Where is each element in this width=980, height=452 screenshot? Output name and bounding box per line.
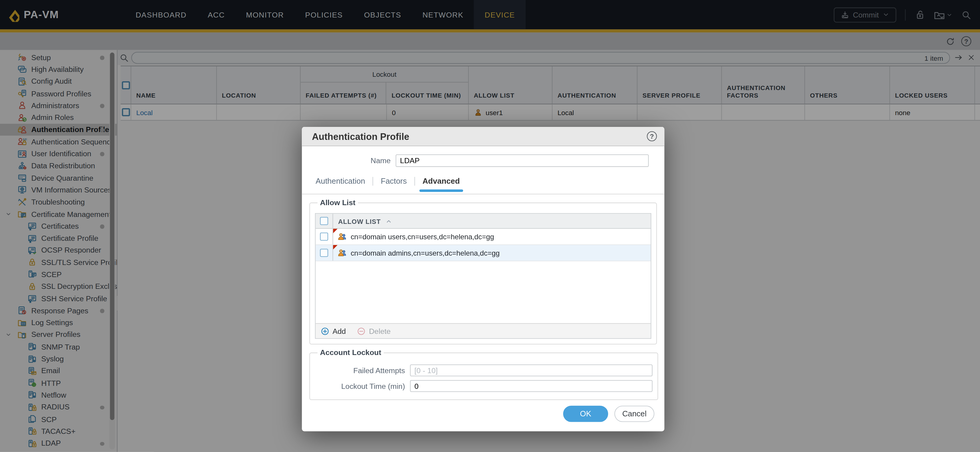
allow-list-entry: cn=domain users,cn=users,dc=helena,dc=gg: [351, 233, 494, 240]
user-group-icon: [337, 232, 347, 241]
allow-list-row[interactable]: cn=domain admins,cn=users,dc=helena,dc=g…: [316, 245, 651, 261]
add-label: Add: [332, 326, 346, 335]
account-lockout-fieldset: Account Lockout Failed Attempts Lockout …: [309, 348, 658, 400]
allow-list-empty-space: [316, 261, 651, 323]
allow-list-actions: Add Delete: [316, 323, 651, 338]
allow-list-column-header: ALLOW LIST: [338, 217, 381, 225]
account-lockout-legend: Account Lockout: [318, 348, 383, 357]
tab-separator: [373, 177, 373, 186]
tab-factors[interactable]: Factors: [379, 177, 408, 186]
allow-list-table: ALLOW LIST cn=domain users,cn=users,dc=h…: [315, 213, 651, 339]
delete-label: Delete: [369, 326, 391, 335]
dialog-tabs: AuthenticationFactorsAdvanced: [315, 174, 665, 188]
ok-button[interactable]: OK: [563, 406, 608, 422]
allow-list-entry: cn=domain admins,cn=users,dc=helena,dc=g…: [351, 249, 500, 256]
pa-vm-app: PA-VM DASHBOARDACCMONITORPOLICIESOBJECTS…: [0, 0, 980, 452]
edited-marker: [333, 245, 337, 249]
name-field[interactable]: [396, 154, 649, 167]
dialog-titlebar: Authentication Profile ?: [302, 127, 664, 146]
row-checkbox[interactable]: [320, 249, 328, 257]
failed-attempts-label: Failed Attempts: [315, 366, 410, 375]
delete-icon: [357, 326, 366, 335]
allow-list-header[interactable]: ALLOW LIST: [316, 214, 651, 229]
delete-button[interactable]: Delete: [357, 326, 391, 335]
user-group-icon: [337, 248, 347, 258]
add-icon: [321, 326, 329, 335]
failed-attempts-field[interactable]: [410, 364, 652, 376]
name-row: Name: [302, 154, 664, 167]
dialog-title: Authentication Profile: [312, 131, 647, 142]
tab-separator: [414, 177, 415, 186]
select-all-checkbox[interactable]: [320, 217, 328, 225]
cancel-button[interactable]: Cancel: [614, 406, 654, 422]
name-label: Name: [302, 156, 395, 165]
allow-list-legend: Allow List: [318, 198, 358, 207]
help-icon[interactable]: ?: [647, 131, 657, 141]
tab-authentication[interactable]: Authentication: [315, 177, 366, 186]
failed-attempts-row: Failed Attempts: [315, 364, 652, 376]
allow-list-rows: cn=domain users,cn=users,dc=helena,dc=gg…: [316, 229, 651, 261]
edited-marker: [333, 229, 337, 233]
sort-ascending-icon: [385, 217, 393, 225]
dialog-buttons: OK Cancel: [302, 406, 655, 422]
lockout-time-label: Lockout Time (min): [315, 382, 410, 390]
authentication-profile-dialog: Authentication Profile ? Name Authentica…: [302, 127, 664, 431]
row-checkbox[interactable]: [320, 232, 328, 241]
lockout-time-row: Lockout Time (min): [315, 380, 652, 392]
tabs-underline: [302, 194, 664, 194]
allow-list-row[interactable]: cn=domain users,cn=users,dc=helena,dc=gg: [316, 229, 651, 245]
add-button[interactable]: Add: [321, 326, 345, 335]
lockout-time-field[interactable]: [410, 380, 652, 392]
allow-list-fieldset: Allow List ALLOW LIST cn=domain users,cn…: [309, 198, 657, 344]
tab-advanced[interactable]: Advanced: [421, 177, 461, 186]
